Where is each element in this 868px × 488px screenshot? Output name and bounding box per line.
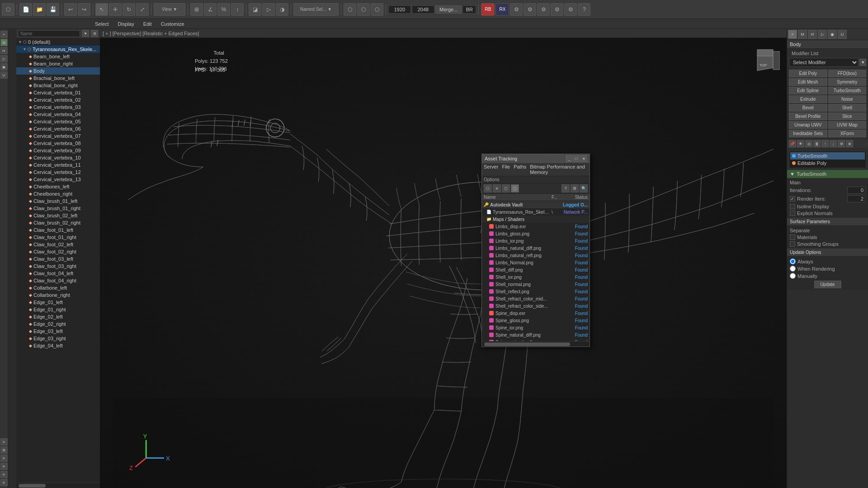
redo-btn[interactable]: ↪ [78, 3, 90, 16]
tree-item[interactable]: ◆Claw_brush_02_left [16, 212, 100, 219]
scale-tool[interactable]: ⤢ [136, 3, 149, 16]
create-icon[interactable]: + [0, 31, 8, 38]
ffd-box-btn[interactable]: FFD(box) [828, 70, 867, 77]
at-tb-btn5[interactable]: ? [561, 184, 570, 192]
update-btn[interactable]: Update [814, 281, 841, 288]
smoothing-groups-check[interactable] [790, 241, 795, 247]
at-menu-bitmap[interactable]: Bitmap Performance and Memory [530, 164, 588, 175]
at-main-file-row[interactable]: 📄 Tyrannosaurus_Rex_Skeleton.... \ Netwo… [482, 208, 590, 216]
scene-tree-hscroll[interactable] [16, 483, 100, 488]
tree-item[interactable]: ◆Collarbone_left [16, 284, 100, 291]
shell-btn[interactable]: Shell [828, 104, 867, 112]
motion-icon[interactable]: ▷ [0, 55, 8, 62]
at-tb-btn3[interactable]: ⬡ [502, 184, 510, 192]
tree-item[interactable]: ◆Edge_01_right [16, 306, 100, 313]
at-menu-server[interactable]: Server [484, 164, 498, 175]
select-tool[interactable]: ↖ [95, 3, 108, 16]
edit-mesh-btn[interactable]: Edit Mesh [789, 78, 827, 86]
at-tb-btn2[interactable]: ≡ [493, 184, 501, 192]
tree-item[interactable]: ◆Body [16, 67, 100, 75]
stack-up-btn[interactable]: ↑ [821, 140, 829, 147]
viewport-canvas[interactable]: X Y Z Total Polys: 123 752 Verts: 110 79… [100, 38, 787, 488]
stack-pin-btn[interactable]: 📌 [789, 140, 796, 147]
scene-tree-body[interactable]: ▼ ⬡ 0 (default) ▼ ⬡ Tyrannosaurus_Rex_Sk… [16, 38, 100, 483]
menu-display[interactable]: Display [113, 20, 139, 28]
at-vault-row[interactable]: 🔑 Autodesk Vault Logged O... [482, 201, 590, 208]
misc-icon1[interactable]: ≡ [0, 438, 8, 446]
at-scrollbar-h-thumb[interactable] [484, 343, 570, 346]
symmetry-btn[interactable]: Symmetry [828, 78, 867, 86]
tree-item[interactable]: ◆Cervical_vertebra_02 [16, 96, 100, 103]
resolution-w[interactable]: 1920 [388, 5, 411, 14]
align-btn[interactable]: ⬡ [371, 3, 383, 16]
hscroll-thumb[interactable] [19, 484, 46, 488]
at-file-row[interactable]: Shell_reflect.png Found [482, 288, 590, 295]
explicit-normals-check[interactable] [790, 211, 795, 216]
at-file-row[interactable]: Shell_refract_color_side... Found [482, 302, 590, 310]
percent-snap[interactable]: % [217, 3, 230, 16]
extrude-btn[interactable]: Extrude [789, 95, 827, 103]
at-file-row[interactable]: Limbs_Normal.png Found [482, 259, 590, 266]
modifier-dropdown-arrow[interactable]: ▼ [859, 59, 866, 66]
stack-show-result-btn[interactable]: ◎ [805, 140, 812, 147]
nav-cube[interactable]: TOP [750, 49, 780, 79]
at-close-btn[interactable]: ✕ [580, 155, 587, 162]
render-iters-check[interactable]: ✓ [790, 196, 795, 202]
tree-item[interactable]: ◆Claw_foot_04_left [16, 270, 100, 277]
at-file-row[interactable]: Limbs_gloss.png Found [482, 230, 590, 237]
manually-radio[interactable] [790, 273, 796, 279]
bevel-btn[interactable]: Bevel [789, 104, 827, 112]
at-file-row[interactable]: Spine_ior.png Found [482, 324, 590, 331]
materials-check[interactable] [790, 235, 795, 240]
rpanel-tab-create[interactable]: + [788, 30, 797, 39]
display-icon[interactable]: ◉ [0, 63, 8, 70]
tree-item[interactable]: ◆Cheelbones_left [16, 183, 100, 190]
at-file-row[interactable]: Shell_ior.png Found [482, 273, 590, 281]
rollout-header[interactable]: ▼ TurboSmooth [787, 170, 868, 178]
tree-item[interactable]: ◆Edge_04_left [16, 342, 100, 349]
bevel-profile-btn[interactable]: Bevel Profile [789, 113, 827, 120]
tree-item[interactable]: ◆Claw_foot_03_left [16, 255, 100, 263]
menu-select[interactable]: Select [90, 20, 113, 28]
at-menu-paths[interactable]: Paths [514, 164, 526, 175]
misc-icon6[interactable]: ≡ [0, 479, 8, 486]
stack-down-btn[interactable]: ↓ [830, 140, 837, 147]
angle-snap[interactable]: ∠ [204, 3, 217, 16]
tree-item[interactable]: ◆Cervical_vertebra_05 [16, 118, 100, 125]
menu-edit[interactable]: Edit [139, 20, 156, 28]
tree-item[interactable]: ◆Beam_bone_left [16, 53, 100, 60]
tree-item[interactable]: ◆Cheelbones_right [16, 190, 100, 197]
at-file-row[interactable]: Shell_normal.png Found [482, 281, 590, 288]
undo-btn[interactable]: ↩ [64, 3, 77, 16]
tool5[interactable]: ⚙ [564, 3, 577, 16]
ineditable-sets-btn[interactable]: Ineditable Sets [789, 130, 827, 137]
spinner-snap[interactable]: ↕ [231, 3, 244, 16]
tree-item[interactable]: ◆Cervical_vertebra_12 [16, 169, 100, 176]
rpanel-tab-utilities[interactable]: U [838, 30, 847, 39]
tree-item[interactable]: ◆Cervical_vertebra_07 [16, 132, 100, 140]
at-maximize-btn[interactable]: □ [573, 155, 580, 162]
unwrap-uvw-btn[interactable]: Unwrap UWV [789, 121, 827, 129]
stack-configure-btn[interactable]: ⚙ [838, 140, 845, 147]
stack-remove-btn[interactable]: 🗑 [813, 140, 821, 147]
at-body[interactable]: 🔑 Autodesk Vault Logged O... 📄 Tyrannosa… [482, 201, 590, 341]
tree-item[interactable]: ◆Claw_brush_01_right [16, 205, 100, 212]
app-icon[interactable]: ⬡ [2, 3, 14, 16]
viewport[interactable]: [ + ] [Perspective] [Realistic + Edged F… [100, 29, 787, 488]
stack-item-editable-poly[interactable]: Editable Poly [790, 160, 865, 167]
active-shade[interactable]: ◑ [276, 3, 288, 16]
utilities-icon[interactable]: U [0, 71, 8, 79]
tree-item[interactable]: ◆Claw_foot_02_left [16, 241, 100, 248]
tree-item[interactable]: ◆Claw_foot_03_right [16, 263, 100, 270]
at-file-row[interactable]: Shell_diff.png Found [482, 266, 590, 273]
tree-root-layer[interactable]: ▼ ⬡ 0 (default) [16, 38, 100, 46]
stack-item-turbosmooth[interactable]: TurboSmooth [790, 152, 865, 160]
tree-item[interactable]: ◆Cervical_vertebra_01 [16, 89, 100, 96]
mirror-btn[interactable]: ⬡ [344, 3, 356, 16]
tool4[interactable]: ⚙ [551, 3, 563, 16]
at-tb-btn1[interactable]: ⬡ [484, 184, 492, 192]
xform-btn[interactable]: XForm [828, 130, 867, 137]
tree-item[interactable]: ◆Claw_foot_01_left [16, 226, 100, 234]
rotate-tool[interactable]: ↻ [123, 3, 135, 16]
tree-item[interactable]: ◆Claw_foot_02_right [16, 248, 100, 255]
